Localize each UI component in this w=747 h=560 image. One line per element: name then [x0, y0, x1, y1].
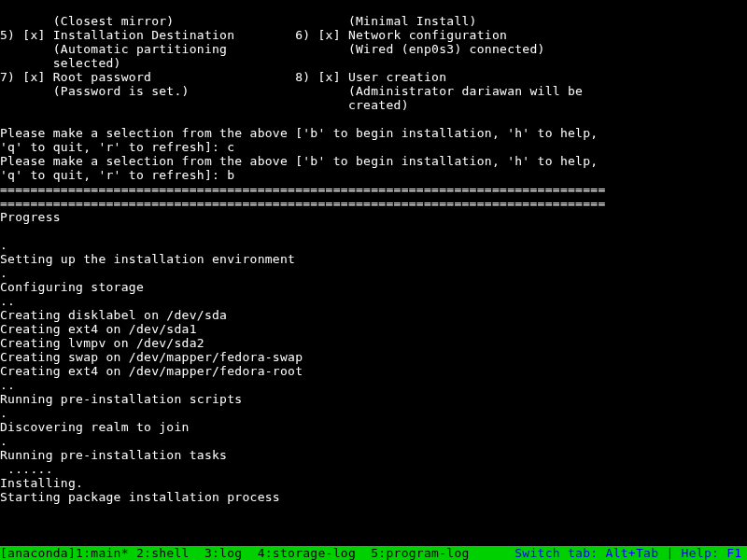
prompt-line-1b[interactable]: 'q' to quit, 'r' to refresh]: c — [0, 140, 234, 154]
divider-2: ========================================… — [0, 196, 606, 210]
progress-setup-env: Setting up the installation environment — [0, 252, 295, 266]
progress-dot: . — [0, 434, 7, 448]
progress-lvmpv: Creating lvmpv on /dev/sda2 — [0, 336, 204, 350]
progress-dots: ...... — [0, 462, 53, 476]
progress-config-storage: Configuring storage — [0, 280, 144, 294]
progress-preinstall-tasks: Running pre-installation tasks — [0, 448, 227, 462]
progress-starting-pkg: Starting package installation process — [0, 490, 280, 504]
progress-dot: . — [0, 406, 7, 420]
tmux-statusbar[interactable]: [anaconda]1:main* 2:shell 3:log 4:storag… — [0, 546, 747, 560]
progress-dots: .. — [0, 294, 15, 308]
prompt-line-2b[interactable]: 'q' to quit, 'r' to refresh]: b — [0, 168, 234, 182]
menu-item4-sub: (Closest mirror) (Minimal Install) — [0, 14, 477, 28]
menu-item7-sub2: created) — [0, 98, 409, 112]
menu-item7-sub1: (Password is set.) (Administrator dariaw… — [0, 84, 583, 98]
progress-installing: Installing. — [0, 476, 83, 490]
menu-item5-sub2: selected) — [0, 56, 121, 70]
menu-item5[interactable]: 5) [x] Installation Destination 6) [x] N… — [0, 28, 507, 42]
progress-discovering: Discovering realm to join — [0, 420, 190, 434]
status-left[interactable]: [anaconda]1:main* 2:shell 3:log 4:storag… — [0, 546, 470, 560]
prompt-line-1a: Please make a selection from the above [… — [0, 126, 598, 140]
progress-swap: Creating swap on /dev/mapper/fedora-swap — [0, 350, 303, 364]
progress-dot: . — [0, 238, 7, 252]
progress-dot: . — [0, 266, 7, 280]
menu-item7[interactable]: 7) [x] Root password 8) [x] User creatio… — [0, 70, 446, 84]
terminal-output: (Closest mirror) (Minimal Install) 5) [x… — [0, 0, 747, 504]
prompt-line-2a: Please make a selection from the above [… — [0, 154, 598, 168]
status-right: Switch tab: Alt+Tab | Help: F1 — [514, 546, 747, 560]
progress-preinstall-scripts: Running pre-installation scripts — [0, 392, 242, 406]
progress-ext4-sda1: Creating ext4 on /dev/sda1 — [0, 322, 197, 336]
progress-dots: .. — [0, 378, 15, 392]
progress-disklabel: Creating disklabel on /dev/sda — [0, 308, 227, 322]
progress-header: Progress — [0, 210, 61, 224]
menu-item5-sub1: (Automatic partitioning (Wired (enp0s3) … — [0, 42, 545, 56]
progress-ext4-root: Creating ext4 on /dev/mapper/fedora-root — [0, 364, 303, 378]
divider-1: ========================================… — [0, 182, 606, 196]
